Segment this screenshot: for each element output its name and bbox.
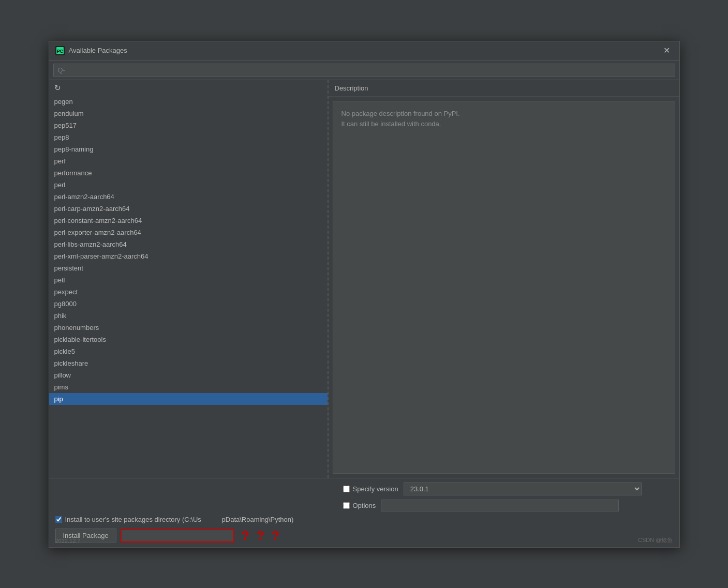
package-list: pegen pendulum pep517 pep8 pep8-naming p… <box>49 96 328 478</box>
bottom-panel: Specify version 23.0.1 Options Install t… <box>49 478 679 547</box>
list-item[interactable]: perl-constant-amzn2-aarch64 <box>49 215 328 227</box>
list-item[interactable]: persistent <box>49 262 328 274</box>
list-item[interactable]: perl-libs-amzn2-aarch64 <box>49 238 328 250</box>
search-bar <box>49 61 679 80</box>
desc-line1: No package description fround on PyPI. <box>341 109 666 119</box>
question-marks: ? ? ? <box>242 529 281 543</box>
list-item[interactable]: pep8-naming <box>49 143 328 155</box>
refresh-icon[interactable]: ↻ <box>54 83 61 92</box>
main-content: ↻ pegen pendulum pep517 pep8 pep8-naming… <box>49 80 679 478</box>
search-input[interactable] <box>53 64 675 77</box>
list-item[interactable]: pexpect <box>49 286 328 298</box>
progress-input[interactable] <box>121 529 234 542</box>
list-item[interactable]: pegen <box>49 96 328 108</box>
options-label[interactable]: Options <box>343 502 376 509</box>
desc-line2: It can still be installed with conda. <box>341 119 666 130</box>
specify-version-text: Specify version <box>353 485 398 493</box>
options-text: Options <box>353 502 376 509</box>
available-packages-dialog: PC Available Packages ✕ ↻ pegen pendulum… <box>49 41 680 548</box>
install-user-label[interactable]: Install to user's site packages director… <box>55 516 294 523</box>
refresh-row: ↻ <box>49 80 328 96</box>
install-user-text: Install to user's site packages director… <box>65 516 294 523</box>
options-input[interactable] <box>381 500 619 511</box>
list-item-pip[interactable]: pip <box>49 393 328 405</box>
list-item[interactable]: phik <box>49 310 328 322</box>
list-item[interactable]: petl <box>49 274 328 286</box>
watermark: CSDN @鲶鱼 <box>638 536 673 544</box>
action-row: Install Package ? ? ? <box>55 529 673 543</box>
list-item[interactable]: perl-carp-amzn2-aarch64 <box>49 203 328 215</box>
list-item[interactable]: perl-exporter-amzn2-aarch64 <box>49 227 328 238</box>
list-item[interactable]: pep8 <box>49 131 328 143</box>
list-item[interactable]: perf <box>49 155 328 167</box>
package-list-panel: ↻ pegen pendulum pep517 pep8 pep8-naming… <box>49 80 329 478</box>
list-item[interactable]: performance <box>49 167 328 179</box>
list-item[interactable]: pendulum <box>49 108 328 119</box>
version-select[interactable]: 23.0.1 <box>404 483 642 495</box>
list-item[interactable]: perl <box>49 179 328 191</box>
specify-version-label[interactable]: Specify version <box>343 485 398 493</box>
version-row: Specify version 23.0.1 <box>55 483 673 495</box>
list-item[interactable]: perl-amzn2-aarch64 <box>49 191 328 203</box>
description-panel: Description No package description froun… <box>329 80 679 478</box>
list-item[interactable]: pickle5 <box>49 345 328 357</box>
list-item[interactable]: pg8000 <box>49 298 328 310</box>
options-checkbox[interactable] <box>343 502 350 509</box>
list-item[interactable]: pims <box>49 381 328 393</box>
list-item[interactable]: pep517 <box>49 119 328 131</box>
svg-text:PC: PC <box>56 49 63 54</box>
title-bar: PC Available Packages ✕ <box>49 41 679 61</box>
list-item[interactable]: picklable-itertools <box>49 334 328 345</box>
list-item[interactable]: perl-xml-parser-amzn2-aarch64 <box>49 250 328 262</box>
list-item[interactable]: pickleshare <box>49 357 328 369</box>
list-item[interactable]: pillow <box>49 369 328 381</box>
description-header: Description <box>329 80 679 97</box>
install-to-user-row: Install to user's site packages director… <box>55 516 673 523</box>
list-item[interactable]: phonenumbers <box>49 322 328 334</box>
date-text: 2022.12.7 <box>55 538 81 544</box>
options-row: Options <box>55 500 673 511</box>
specify-version-checkbox[interactable] <box>343 486 350 492</box>
close-button[interactable]: ✕ <box>660 46 673 56</box>
pycharm-icon: PC <box>55 46 65 55</box>
dialog-title: Available Packages <box>69 47 660 54</box>
install-user-checkbox[interactable] <box>55 516 62 523</box>
description-body: No package description fround on PyPI. I… <box>333 101 675 474</box>
